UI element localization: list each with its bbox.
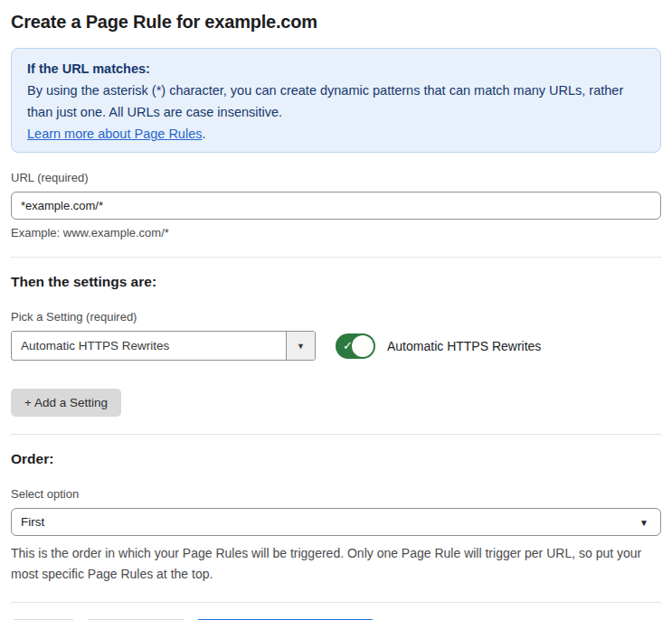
chevron-down-icon: ▼ — [639, 517, 648, 527]
url-input[interactable] — [11, 192, 661, 220]
page-rule-form: Create a Page Rule for example.com If th… — [0, 0, 672, 620]
automatic-https-rewrites-toggle[interactable]: ✓ — [336, 333, 375, 359]
info-box-link-line: Learn more about Page Rules. — [27, 123, 645, 145]
setting-dropdown[interactable]: Automatic HTTPS Rewrites ▼ — [11, 331, 316, 361]
setting-dropdown-value: Automatic HTTPS Rewrites — [12, 332, 286, 360]
add-setting-button[interactable]: + Add a Setting — [11, 389, 121, 417]
settings-section-heading: Then the settings are: — [11, 274, 661, 290]
toggle-knob — [352, 335, 374, 357]
info-box-body-text: By using the asterisk (*) character, you… — [27, 83, 623, 119]
page-title: Create a Page Rule for example.com — [11, 12, 661, 33]
setting-dropdown-button[interactable]: ▼ — [286, 332, 315, 360]
learn-more-link[interactable]: Learn more about Page Rules — [27, 127, 202, 141]
chevron-down-icon: ▼ — [297, 342, 305, 351]
toggle-label: Automatic HTTPS Rewrites — [387, 339, 541, 353]
url-example-hint: Example: www.example.com/* — [11, 226, 661, 240]
order-select[interactable]: First ▼ — [11, 508, 661, 536]
divider — [11, 434, 661, 435]
info-box-body: By using the asterisk (*) character, you… — [27, 80, 645, 123]
order-section-heading: Order: — [11, 451, 661, 467]
order-help-text: This is the order in which your Page Rul… — [11, 543, 644, 585]
setting-toggle-group: ✓ Automatic HTTPS Rewrites — [336, 333, 541, 359]
pick-setting-label: Pick a Setting (required) — [11, 310, 661, 324]
order-select-label: Select option — [11, 487, 661, 501]
url-match-info-box: If the URL matches: By using the asteris… — [11, 48, 661, 153]
divider — [11, 602, 661, 603]
link-period: . — [202, 127, 205, 141]
info-box-heading: If the URL matches: — [27, 58, 645, 80]
divider — [11, 257, 661, 258]
url-field-label: URL (required) — [11, 171, 661, 184]
order-select-value: First — [21, 515, 44, 529]
setting-row: Automatic HTTPS Rewrites ▼ ✓ Automatic H… — [11, 331, 661, 361]
